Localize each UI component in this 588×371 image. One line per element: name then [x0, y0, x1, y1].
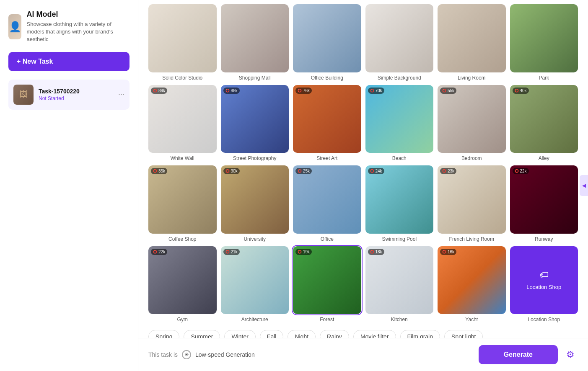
location-name-street-art: Street Art [316, 155, 337, 161]
location-card-swimming-pool[interactable]: 24k Swimming Pool [365, 165, 434, 242]
task-menu-icon[interactable]: ··· [118, 90, 124, 99]
location-card-architecture[interactable]: 21k Architecture [221, 246, 289, 323]
location-name-bedroom: Bedroom [461, 155, 482, 161]
location-name-location-shop: Location Shop [528, 317, 560, 322]
location-name-alley: Alley [539, 155, 549, 161]
collapse-button[interactable]: ◀ [580, 175, 588, 196]
location-card-bedroom[interactable]: 55k Bedroom [438, 85, 506, 162]
badge-kitchen: 18k [368, 249, 384, 255]
location-card-alley[interactable]: 40k Alley [510, 85, 578, 162]
task-thumbnail: 🖼 [13, 85, 34, 105]
main-content: Solid Color Studio Shopping Mall Office … [138, 0, 588, 371]
location-name-forest: Forest [320, 317, 334, 322]
location-name-office-building: Office Building [311, 75, 343, 81]
location-card-forest[interactable]: 19k Forest [293, 246, 361, 323]
new-task-button[interactable]: + New Task [8, 52, 130, 71]
location-grid: Solid Color Studio Shopping Mall Office … [148, 0, 578, 322]
location-card-university[interactable]: 30k University [221, 165, 289, 242]
location-card-street-art[interactable]: 76k Street Art [293, 85, 361, 162]
location-name-kitchen: Kitchen [391, 317, 408, 322]
location-name-yacht: Yacht [465, 317, 478, 322]
badge-coffee-shop: 35k [151, 168, 167, 174]
location-card-kitchen[interactable]: 18k Kitchen [365, 246, 434, 323]
location-card-simple-background[interactable]: Simple Background [365, 4, 434, 81]
badge-forest: 19k [295, 249, 312, 255]
sidebar: 👤 AI Model Showcase clothing with a vari… [0, 0, 138, 371]
location-name-coffee-shop: Coffee Shop [168, 236, 197, 242]
badge-street-art: 76k [295, 88, 312, 94]
bottom-bar: This task is ☀ Low-speed Generation Gene… [138, 338, 588, 371]
location-card-park[interactable]: Park [510, 4, 578, 81]
sidebar-header: 👤 AI Model Showcase clothing with a vari… [8, 10, 130, 44]
generation-type: Low-speed Generation [195, 351, 255, 358]
badge-gym: 22k [151, 249, 167, 255]
location-card-yacht[interactable]: 16k Yacht [438, 246, 506, 323]
location-card-solid-color-studio[interactable]: Solid Color Studio [148, 4, 217, 81]
location-shop-label: Location Shop [526, 284, 561, 290]
badge-alley: 40k [513, 88, 529, 94]
sidebar-description: Showcase clothing with a variety of mode… [26, 21, 130, 44]
sidebar-title-group: AI Model Showcase clothing with a variet… [26, 10, 130, 44]
generate-button[interactable]: Generate [479, 345, 558, 364]
settings-button[interactable]: ⚙ [563, 346, 578, 363]
sun-icon: ☀ [182, 350, 191, 359]
location-card-living-room[interactable]: Living Room [438, 4, 506, 81]
location-name-runway: Runway [535, 236, 553, 242]
location-shop-icon: 🏷 [539, 270, 549, 281]
badge-swimming-pool: 24k [368, 168, 384, 174]
task-info: Task-15700220 Not Started [39, 88, 113, 101]
task-item[interactable]: 🖼 Task-15700220 Not Started ··· [8, 80, 130, 110]
location-card-location-shop[interactable]: 🏷 Location Shop Location Shop [510, 246, 578, 323]
location-name-swimming-pool: Swimming Pool [382, 236, 417, 242]
task-id: Task-15700220 [39, 88, 113, 95]
location-name-solid-color-studio: Solid Color Studio [162, 75, 202, 81]
location-card-office[interactable]: 25k Office [293, 165, 361, 242]
badge-office: 25k [295, 168, 312, 174]
generation-info: This task is ☀ Low-speed Generation [148, 350, 255, 359]
location-card-gym[interactable]: 22k Gym [148, 246, 217, 323]
badge-beach: 70k [368, 88, 384, 94]
location-name-white-wall: White Wall [171, 155, 194, 161]
location-name-architecture: Architecture [241, 317, 268, 322]
location-card-french-living-room[interactable]: 23k French Living Room [438, 165, 506, 242]
location-name-simple-background: Simple Background [378, 75, 421, 81]
badge-french-living-room: 23k [440, 168, 456, 174]
location-card-white-wall[interactable]: 89k White Wall [148, 85, 217, 162]
generation-label: This task is [148, 351, 178, 358]
location-name-french-living-room: French Living Room [449, 236, 494, 242]
location-name-living-room: Living Room [458, 75, 486, 81]
task-status: Not Started [39, 95, 113, 101]
location-name-gym: Gym [177, 317, 188, 322]
badge-yacht: 16k [440, 249, 456, 255]
badge-white-wall: 89k [151, 88, 167, 94]
location-name-shopping-mall: Shopping Mall [239, 75, 271, 81]
location-card-shopping-mall[interactable]: Shopping Mall [221, 4, 289, 81]
avatar: 👤 [8, 14, 21, 39]
location-card-runway[interactable]: 22k Runway [510, 165, 578, 242]
badge-university: 30k [223, 168, 240, 174]
location-card-coffee-shop[interactable]: 35k Coffee Shop [148, 165, 217, 242]
location-card-street-photography[interactable]: 88k Street Photography [221, 85, 289, 162]
location-name-office: Office [321, 236, 334, 242]
badge-runway: 22k [513, 168, 529, 174]
location-card-office-building[interactable]: Office Building [293, 4, 361, 81]
badge-street-photography: 88k [223, 88, 240, 94]
location-card-beach[interactable]: 70k Beach [365, 85, 434, 162]
sidebar-title: AI Model [26, 10, 130, 19]
badge-bedroom: 55k [440, 88, 456, 94]
location-name-park: Park [539, 75, 549, 81]
location-name-university: University [243, 236, 266, 242]
location-name-beach: Beach [392, 155, 407, 161]
location-name-street-photography: Street Photography [233, 155, 276, 161]
badge-architecture: 21k [223, 249, 240, 255]
